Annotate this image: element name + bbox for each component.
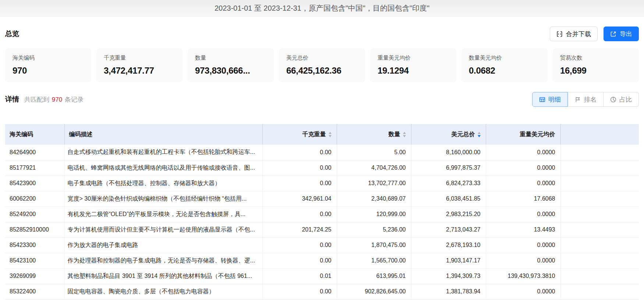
- cell-quantity: 13,702,777.00: [337, 176, 411, 191]
- cell-unit-price: 0.0000: [486, 253, 560, 268]
- export-button[interactable]: 导出: [604, 27, 639, 41]
- match-record-text: 共匹配到 970 条记录: [24, 95, 84, 104]
- cell-spacer: [560, 253, 639, 268]
- table-row[interactable]: 85423900 电子集成电路（不包括处理器、控制器、存储器和放大器） 0.00…: [5, 176, 639, 191]
- pie-chart-icon: [610, 96, 616, 103]
- cell-unit-price: 0.0000: [486, 160, 560, 176]
- cell-spacer: [560, 237, 639, 253]
- view-mode-tabs: 明细 排名 占比: [532, 92, 639, 107]
- column-header-quantity[interactable]: 数量: [337, 124, 411, 145]
- cell-hs-code: 85423300: [5, 237, 64, 253]
- stat-card: 美元总价 66,425,162.36: [279, 48, 365, 82]
- cell-description: 自走式移动式起重机和装有起重机的工程卡车（不包括轮胎式和跨运车...: [64, 145, 262, 160]
- cell-kg-weight: 0.00: [262, 145, 337, 160]
- column-header-kg-weight[interactable]: 千克重量: [262, 124, 337, 145]
- page-title-bar: 2023-01-01 至 2023-12-31，原产国包含"中国"，目的国包含"…: [0, 0, 644, 17]
- cell-description: 电子集成电路（不包括处理器、控制器、存储器和放大器）: [64, 176, 262, 191]
- cell-unit-price: 13.4493: [486, 222, 560, 237]
- details-title: 详情: [5, 95, 19, 104]
- query-summary-title: 2023-01-01 至 2023-12-31，原产国包含"中国"，目的国包含"…: [215, 3, 429, 13]
- table-header-row: 海关编码 编码描述 千克重量 数量: [5, 124, 639, 145]
- cell-hs-code: 852852910000: [5, 222, 64, 237]
- cell-kg-weight: 0.00: [262, 253, 337, 268]
- match-prefix: 共匹配到: [24, 96, 49, 103]
- cell-description: 有机发光二极管“OLED”的平板显示模块，无论是否包含触摸屏，具...: [64, 207, 262, 222]
- sort-icon-quantity: [403, 132, 406, 137]
- cell-quantity: 1,870,475.00: [337, 237, 411, 253]
- details-table: 海关编码 编码描述 千克重量 数量: [5, 124, 639, 300]
- stat-label: 重量美元均价: [378, 54, 449, 61]
- table-row[interactable]: 85423300 作为放大器的电子集成电路 0.00 1,870,475.00 …: [5, 237, 639, 253]
- tab-proportion[interactable]: 占比: [604, 92, 639, 107]
- cell-spacer: [560, 284, 639, 299]
- cell-quantity: 4,704,726.00: [337, 160, 411, 176]
- cell-hs-code: 85423100: [5, 253, 64, 268]
- overview-header: 总览 合并下载: [5, 26, 639, 42]
- sort-icon-kg-weight: [329, 132, 332, 137]
- cell-usd-total: 2,678,193.10: [411, 237, 486, 253]
- cell-kg-weight: 342,961.04: [262, 191, 337, 207]
- stat-label: 美元总价: [286, 54, 358, 61]
- cell-kg-weight: 0.01: [262, 268, 337, 284]
- merge-download-button[interactable]: 合并下载: [550, 27, 598, 41]
- table-row[interactable]: 852852910000 专为计算机使用而设计但主要不与计算机一起使用的液晶显示…: [5, 222, 639, 237]
- table-row[interactable]: 85322400 固定电电容器、陶瓷电介质、多层（不包括电力电容器） 0.00 …: [5, 284, 639, 299]
- overview-actions: 合并下载 导出: [550, 27, 639, 41]
- cell-description: 专为计算机使用而设计但主要不与计算机一起使用的液晶显示器（不包...: [64, 222, 262, 237]
- cell-kg-weight: 201,724.25: [262, 222, 337, 237]
- cell-kg-weight: 0.00: [262, 176, 337, 191]
- details-header: 详情 共匹配到 970 条记录 明细: [5, 92, 639, 107]
- tab-ranking[interactable]: 排名: [568, 92, 604, 107]
- table-row[interactable]: 39269099 其他塑料制品和品目 3901 至 3914 所列的其他材料制品…: [5, 268, 639, 284]
- cell-hs-code: 85322400: [5, 284, 64, 299]
- sort-icon-usd-total-desc-active: [478, 132, 481, 137]
- cell-quantity: 902,826,645.00: [337, 284, 411, 299]
- cell-usd-total: 1,903,147.17: [411, 253, 486, 268]
- cell-spacer: [560, 176, 639, 191]
- cell-quantity: 613,995.01: [337, 268, 411, 284]
- table-row[interactable]: 85423100 作为处理器和控制器的电子集成电路，无论是否与存储器、转换器、逻…: [5, 253, 639, 268]
- stat-value: 970: [13, 66, 84, 76]
- cell-hs-code: 39269099: [5, 268, 64, 284]
- cell-kg-weight: 0.00: [262, 284, 337, 299]
- tab-proportion-label: 占比: [619, 95, 632, 104]
- stat-card: 重量美元均价 19.1294: [370, 48, 456, 82]
- stat-card: 海关编码 970: [5, 48, 91, 82]
- tab-ranking-label: 排名: [584, 95, 597, 104]
- cell-spacer: [560, 191, 639, 207]
- stat-label: 千克重量: [104, 54, 175, 61]
- cell-description: 其他塑料制品和品目 3901 至 3914 所列的其他材料制品（不包括 961.…: [64, 268, 262, 284]
- cell-usd-total: 6,038,451.85: [411, 191, 486, 207]
- table-row[interactable]: 60062200 宽度> 30厘米的染色针织或钩编棉织物（不包括经编针织物 “包…: [5, 191, 639, 207]
- column-header-unit-price: 重量美元均价: [486, 124, 560, 145]
- cell-quantity: 5.00: [337, 145, 411, 160]
- table-icon: [539, 96, 545, 103]
- overview-title: 总览: [5, 29, 19, 39]
- cell-kg-weight: 0.00: [262, 160, 337, 176]
- tab-detail[interactable]: 明细: [532, 92, 568, 107]
- cell-usd-total: 1,381,783.94: [411, 284, 486, 299]
- export-label: 导出: [620, 30, 632, 38]
- cell-unit-price: 0.0000: [486, 237, 560, 253]
- stat-label: 数量美元均价: [469, 54, 540, 61]
- table-row[interactable]: 85249200 有机发光二极管“OLED”的平板显示模块，无论是否包含触摸屏，…: [5, 207, 639, 222]
- cell-quantity: 5,236.00: [337, 222, 411, 237]
- cell-description: 电话机、蜂窝网络或其他无线网络的电话以及用于传输或接收语音、图...: [64, 160, 262, 176]
- cell-usd-total: 2,713,043.27: [411, 222, 486, 237]
- stat-card: 数量 973,830,666...: [188, 48, 274, 82]
- table-row[interactable]: 85177921 电话机、蜂窝网络或其他无线网络的电话以及用于传输或接收语音、图…: [5, 160, 639, 176]
- column-header-description: 编码描述: [64, 124, 262, 145]
- column-header-usd-total[interactable]: 美元总价: [411, 124, 486, 145]
- stat-value: 3,472,417.77: [104, 66, 175, 76]
- table-row[interactable]: 84264900 自走式移动式起重机和装有起重机的工程卡车（不包括轮胎式和跨运车…: [5, 145, 639, 160]
- stat-value: 16,699: [560, 66, 631, 76]
- cell-unit-price: 0.0000: [486, 145, 560, 160]
- cell-unit-price: 0.0000: [486, 176, 560, 191]
- stat-card: 数量美元均价 0.0682: [461, 48, 548, 82]
- cell-usd-total: 2,983,215.20: [411, 207, 486, 222]
- stat-label: 数量: [195, 54, 266, 61]
- rank-flag-icon: [575, 96, 581, 103]
- cell-usd-total: 6,824,273.33: [411, 176, 486, 191]
- cell-spacer: [560, 268, 639, 284]
- main-content: 总览 合并下载: [0, 26, 644, 300]
